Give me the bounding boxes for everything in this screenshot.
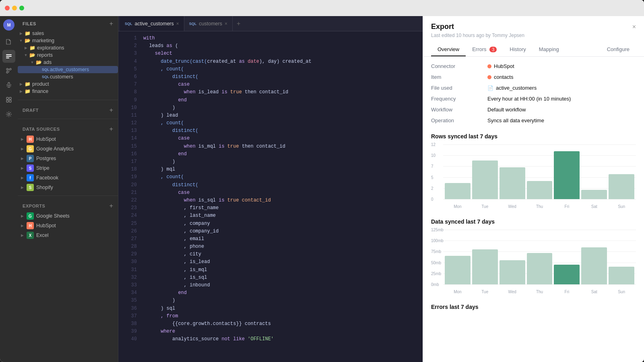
item-status-dot: [487, 75, 491, 79]
datasource-stripe[interactable]: ▶ S Stripe: [18, 163, 118, 173]
tree-item-active-customers[interactable]: SQL active_customers: [18, 66, 118, 73]
code-line: 36 ) sql: [118, 305, 423, 313]
bar-item[interactable]: [581, 190, 607, 199]
day-label: Sun: [609, 204, 634, 209]
files-nav-icon[interactable]: [2, 35, 15, 48]
add-export-button[interactable]: +: [109, 202, 113, 210]
code-line: 17 ): [118, 158, 423, 166]
shopify-logo: S: [27, 184, 34, 191]
datasource-postgres-label: Postgres: [36, 156, 56, 161]
bar-item[interactable]: [500, 260, 525, 284]
folder-icon: 📂: [29, 52, 35, 58]
tab-overview[interactable]: Overview: [431, 43, 466, 56]
rows-bars: [443, 144, 636, 199]
code-line-content: end: [143, 97, 187, 104]
debug-nav-icon[interactable]: [2, 79, 15, 92]
frequency-value: Every hour at HH:00 (in 10 minutes): [487, 96, 636, 102]
bar-item[interactable]: [445, 256, 471, 284]
day-label: Fri: [554, 204, 580, 209]
day-label: Wed: [500, 290, 525, 294]
code-editor[interactable]: 1with2 leads as (3 select4 date_trunc(ca…: [118, 31, 423, 362]
tab-close-customers[interactable]: ×: [225, 21, 227, 27]
bar-item[interactable]: [609, 267, 634, 284]
git-nav-icon[interactable]: [2, 64, 15, 77]
avatar[interactable]: M: [3, 19, 14, 31]
chevron-right-icon: ▶: [18, 82, 24, 86]
explorer-nav-icon[interactable]: [2, 50, 15, 63]
code-line-content: ) lead: [143, 112, 178, 119]
code-line-content: date_trunc(cast(created_at as date), day…: [143, 58, 312, 66]
configure-button[interactable]: Configure: [601, 43, 636, 56]
close-dot[interactable]: [5, 6, 10, 10]
tab-errors[interactable]: Errors 3: [466, 43, 503, 56]
bar-item[interactable]: [554, 265, 580, 284]
day-label: Fri: [554, 290, 580, 294]
tree-item-customers[interactable]: SQL customers: [18, 73, 118, 80]
code-line-content: case: [143, 189, 190, 197]
maximize-dot[interactable]: [19, 6, 24, 10]
tab-add-button[interactable]: +: [233, 20, 244, 27]
code-line: 1with: [118, 35, 423, 42]
add-draft-button[interactable]: +: [109, 107, 113, 114]
tab-active-customers-label: active_customers: [135, 21, 174, 27]
tree-item-finance[interactable]: ▶ 📁 finance: [18, 88, 118, 95]
bar-item[interactable]: [527, 181, 553, 199]
bar-item[interactable]: [527, 253, 553, 284]
settings-nav-icon[interactable]: [2, 108, 15, 121]
export-google-sheets[interactable]: ▶ G Google Sheets: [18, 211, 118, 221]
exports-section: EXPORTS +: [18, 199, 118, 211]
panel-close-button[interactable]: ×: [632, 23, 636, 31]
datasource-google-analytics[interactable]: ▶ G Google Analytics: [18, 144, 118, 154]
tab-active-customers[interactable]: SQL active_customers ×: [120, 16, 184, 31]
datasource-hubspot[interactable]: ▶ H HubSpot: [18, 134, 118, 144]
code-line-content: distinct(: [143, 127, 198, 135]
tree-item-marketing[interactable]: ▼ 📂 marketing: [18, 37, 118, 44]
code-line: 10 ): [118, 104, 423, 112]
title-bar: [0, 0, 644, 16]
export-excel[interactable]: ▶ X Excel: [18, 230, 118, 240]
bar-item[interactable]: [554, 151, 580, 199]
datasource-postgres[interactable]: ▶ P Postgres: [18, 154, 118, 163]
code-line: 34 end: [118, 289, 423, 297]
connector-value-text: HubSpot: [494, 63, 514, 69]
tree-item-ads[interactable]: ▼ 📂 ads: [18, 59, 118, 66]
code-line: 21 case: [118, 189, 423, 197]
bar-item[interactable]: [581, 247, 607, 284]
rows-bar-chart: 12107520 MonTueWedThuFriSatSun: [431, 144, 636, 209]
code-line: 13 distinct(: [118, 127, 423, 135]
tab-close-active-customers[interactable]: ×: [176, 21, 179, 27]
tab-mapping[interactable]: Mapping: [533, 43, 566, 56]
panel-tabs: Overview Errors 3 History Mapping Config…: [431, 43, 636, 56]
bar-item[interactable]: [445, 183, 471, 199]
export-hubspot[interactable]: ▶ H HubSpot: [18, 221, 118, 230]
grid-label: 75mb: [431, 249, 441, 254]
tab-customers[interactable]: SQL customers ×: [184, 16, 233, 31]
bar-item[interactable]: [472, 160, 498, 199]
datasource-facebook[interactable]: ▶ f Facebook: [18, 173, 118, 183]
data-bars: [443, 230, 636, 284]
data-chart-section: Data synced last 7 days 125mb100mb75mb50…: [431, 218, 636, 294]
tree-item-sales[interactable]: ▶ 📁 sales: [18, 30, 118, 37]
tree-item-product[interactable]: ▶ 📁 product: [18, 80, 118, 88]
code-line: 31 , is_mql: [118, 266, 423, 274]
sql-file-icon: SQL: [189, 22, 197, 26]
code-line-content: when is_mql is true then contact_id: [143, 143, 285, 150]
bar-item[interactable]: [609, 174, 634, 199]
add-file-button[interactable]: +: [109, 20, 113, 27]
code-line: 22 when is_sql is true contact_id: [118, 197, 423, 204]
bar-item[interactable]: [472, 249, 498, 284]
code-line: 29 , city: [118, 251, 423, 258]
tree-item-explorations[interactable]: ▶ 📁 explorations: [18, 44, 118, 51]
tree-item-reports[interactable]: ▼ 📂 reports: [18, 51, 118, 59]
add-datasource-button[interactable]: +: [109, 125, 113, 133]
extensions-nav-icon[interactable]: [2, 93, 15, 106]
tree-label-ads: ads: [43, 60, 52, 65]
bar-item[interactable]: [500, 167, 525, 199]
exports-list: ▶ G Google Sheets ▶ H HubSpot ▶ X Excel: [18, 211, 118, 240]
chevron-icon: ▶: [21, 166, 27, 170]
divider: [18, 195, 118, 196]
code-line: 4 date_trunc(cast(created_at as date), d…: [118, 58, 423, 66]
minimize-dot[interactable]: [12, 6, 17, 10]
datasource-shopify[interactable]: ▶ S Shopify: [18, 183, 118, 192]
tab-history[interactable]: History: [503, 43, 532, 56]
